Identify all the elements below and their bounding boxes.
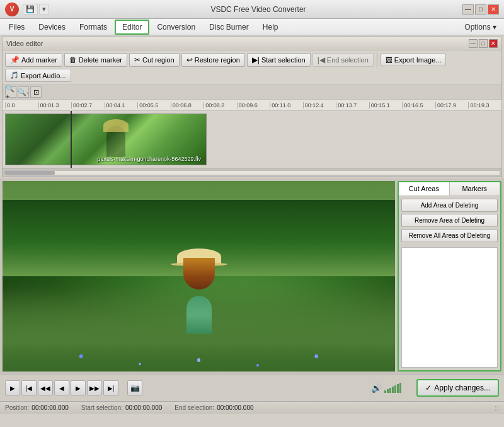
- end-selection-button[interactable]: |◀ End selection: [312, 53, 374, 67]
- export-audio-button[interactable]: 🎵 Export Audio...: [5, 69, 71, 82]
- options-menu[interactable]: Options ▾: [459, 21, 501, 33]
- start-selection-status: Start selection: 00:00:00.000: [81, 404, 163, 411]
- timeline-scrollbar[interactable]: [3, 168, 501, 177]
- ruler-mark-14: 00:19.3: [468, 102, 501, 108]
- vol-bar-3: [389, 388, 391, 393]
- menu-bar: Files Devices Formats Editor Conversion …: [0, 19, 504, 35]
- vol-bar-5: [394, 385, 396, 393]
- add-marker-button[interactable]: 📌 Add marker: [5, 53, 62, 67]
- menu-help[interactable]: Help: [256, 21, 285, 33]
- delete-marker-button[interactable]: 🗑 Delete marker: [64, 53, 127, 67]
- video-preview[interactable]: [3, 181, 395, 371]
- next-end-button[interactable]: ▶|: [103, 380, 118, 395]
- prev-frame-button[interactable]: ◀◀: [38, 380, 53, 395]
- figure-body: [186, 296, 212, 334]
- window-controls: — □ ✕: [462, 4, 499, 15]
- menu-editor[interactable]: Editor: [115, 20, 149, 35]
- vol-bar-1: [384, 390, 386, 393]
- apply-changes-button[interactable]: ✓ Apply changes...: [416, 379, 499, 397]
- start-sel-icon: ▶|: [252, 56, 260, 64]
- figure: [177, 249, 221, 334]
- vol-bar-7: [399, 383, 401, 393]
- tab-cut-areas[interactable]: Cut Areas: [399, 182, 450, 196]
- delete-marker-icon: 🗑: [69, 56, 77, 64]
- remove-all-button[interactable]: Remove All Areas of Deleting: [401, 229, 498, 242]
- ruler-mark-2: 00:02.7: [71, 102, 105, 108]
- zoom-in-button[interactable]: 🔍+: [5, 86, 16, 98]
- ruler-mark-7: 00:09.6: [237, 102, 270, 108]
- app-icon: V: [5, 3, 19, 16]
- ruler-mark-6: 00:08.2: [203, 102, 237, 108]
- end-label: End selection:: [175, 404, 214, 411]
- ruler-mark-8: 00:11.0: [270, 102, 303, 108]
- start-label: Start selection:: [81, 404, 123, 411]
- main-content-area: Cut Areas Markers Add Area of Deleting R…: [0, 178, 504, 374]
- add-area-button[interactable]: Add Area of Deleting: [401, 199, 498, 212]
- end-value: 00:00:00.000: [217, 404, 253, 411]
- timeline-zoom-controls: 🔍+ 🔍- ⊡: [3, 85, 501, 100]
- video-editor-panel: Video editor — □ ✕ 📌 Add marker 🗑 Delete…: [2, 37, 502, 177]
- cut-area-buttons: Add Area of Deleting Remove Area of Dele…: [399, 196, 500, 245]
- scrollbar-track[interactable]: [4, 170, 500, 175]
- menu-devices[interactable]: Devices: [32, 21, 72, 33]
- timeline-track[interactable]: pexels-maksim-goncharenok-5642529.flv: [5, 114, 207, 165]
- video-frame: [3, 181, 395, 371]
- app-title: VSDC Free Video Converter: [54, 5, 462, 14]
- quick-btn-1[interactable]: 💾: [23, 4, 38, 15]
- panel-controls: — □ ✕: [469, 39, 498, 48]
- editor-toolbar: 📌 Add marker 🗑 Delete marker ✂ Cut regio…: [3, 50, 501, 85]
- volume-icon[interactable]: 🔊: [371, 383, 382, 393]
- panel-close[interactable]: ✕: [489, 39, 498, 48]
- checkmark-icon: ✓: [425, 383, 432, 392]
- panel-restore[interactable]: □: [479, 39, 488, 48]
- prev-button[interactable]: ◀: [54, 380, 69, 395]
- menu-files[interactable]: Files: [3, 21, 31, 33]
- next-button[interactable]: ▶: [71, 380, 86, 395]
- ruler-mark-4: 00:05.5: [137, 102, 171, 108]
- export-image-button[interactable]: 🖼 Export Image...: [381, 54, 447, 66]
- volume-bars: [384, 383, 401, 393]
- maximize-button[interactable]: □: [475, 4, 486, 15]
- ruler-mark-3: 00:04.1: [105, 102, 138, 108]
- toolbar-separator: [377, 53, 377, 67]
- vol-bar-4: [392, 387, 394, 393]
- start-selection-button[interactable]: ▶| Start selection: [247, 53, 311, 67]
- remove-area-button[interactable]: Remove Area of Deleting: [401, 214, 498, 227]
- prev-start-button[interactable]: |◀: [21, 380, 37, 395]
- minimize-button[interactable]: —: [462, 4, 474, 15]
- menu-conversion[interactable]: Conversion: [151, 21, 202, 33]
- timeline-filename: pexels-maksim-goncharenok-5642529.flv: [97, 156, 201, 162]
- tab-markers[interactable]: Markers: [450, 182, 501, 196]
- ruler-labels: 0.0 00:01.3 00:02.7 00:04.1 00:05.5 00:0…: [5, 102, 501, 108]
- quick-btn-2[interactable]: ▾: [39, 4, 49, 15]
- vol-bar-6: [397, 384, 399, 393]
- zoom-fit-button[interactable]: ⊡: [30, 86, 42, 98]
- play-button[interactable]: ▶: [5, 380, 20, 395]
- vol-bar-2: [387, 389, 389, 393]
- screenshot-button[interactable]: 📷: [127, 380, 142, 395]
- ruler-mark-11: 00:15.1: [369, 102, 403, 108]
- bottom-controls: ▶ |◀ ◀◀ ◀ ▶ ▶▶ ▶| 📷 🔊 ✓ Appl: [0, 374, 504, 401]
- close-button[interactable]: ✕: [488, 4, 499, 15]
- menu-formats[interactable]: Formats: [73, 21, 113, 33]
- export-img-icon: 🖼: [386, 56, 392, 64]
- cut-areas-tabs: Cut Areas Markers: [399, 182, 500, 196]
- timeline-ruler: 0.0 00:01.3 00:02.7 00:04.1 00:05.5 00:0…: [3, 100, 501, 111]
- timeline-content[interactable]: pexels-maksim-goncharenok-5642529.flv: [3, 111, 501, 168]
- position-value: 00:00:00.000: [32, 404, 68, 411]
- ruler-mark-0: 0.0: [5, 102, 38, 108]
- restore-region-button[interactable]: ↩ Restore region: [181, 53, 245, 67]
- timeline-cursor[interactable]: [71, 111, 72, 168]
- next-frame-button[interactable]: ▶▶: [87, 380, 102, 395]
- restore-icon: ↩: [186, 56, 193, 64]
- cut-region-button[interactable]: ✂ Cut region: [129, 53, 180, 67]
- scrollbar-thumb[interactable]: [4, 171, 55, 175]
- ruler-mark-1: 00:01.3: [38, 102, 72, 108]
- zoom-out-button[interactable]: 🔍-: [18, 86, 29, 98]
- cut-areas-panel: Cut Areas Markers Add Area of Deleting R…: [398, 181, 501, 371]
- panel-minimize[interactable]: —: [469, 39, 478, 48]
- menu-disc-burner[interactable]: Disc Burner: [203, 21, 255, 33]
- ruler-mark-5: 00:06.8: [171, 102, 204, 108]
- status-bar: Position: 00:00:00.000 Start selection: …: [0, 401, 504, 414]
- video-editor-header: Video editor — □ ✕: [3, 37, 501, 50]
